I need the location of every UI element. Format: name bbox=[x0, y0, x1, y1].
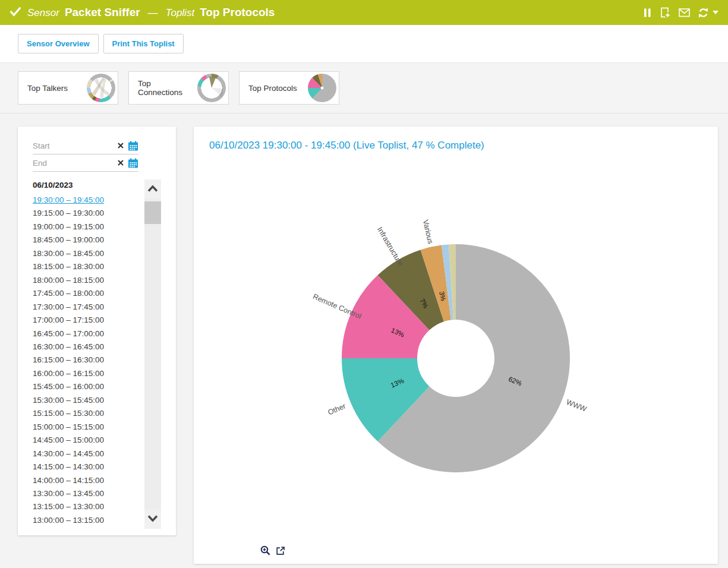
interval-item[interactable]: 18:30:00 – 18:45:00 bbox=[33, 247, 143, 260]
interval-item[interactable]: 14:30:00 – 14:45:00 bbox=[33, 447, 143, 460]
content-area: 06/10/2023 19:30:00 – 19:45:0019:15:00 –… bbox=[0, 113, 728, 568]
interval-item[interactable]: 18:15:00 – 18:30:00 bbox=[33, 260, 143, 273]
status-check-icon bbox=[10, 7, 21, 19]
interval-item[interactable]: 16:30:00 – 16:45:00 bbox=[33, 340, 143, 354]
interval-item[interactable]: 14:15:00 – 14:30:00 bbox=[33, 460, 143, 474]
tab-top-connections[interactable]: Top Connections bbox=[128, 71, 229, 105]
refresh-icon[interactable] bbox=[698, 7, 709, 18]
interval-item[interactable]: 13:15:00 – 13:30:00 bbox=[33, 500, 143, 513]
segment-name-label: WWW bbox=[565, 398, 588, 414]
interval-list: 19:30:00 – 19:45:0019:15:00 – 19:30:0019… bbox=[33, 194, 143, 527]
breadcrumb-item-type: Sensor bbox=[27, 7, 59, 19]
interval-item[interactable]: 17:45:00 – 18:00:00 bbox=[33, 287, 143, 300]
scroll-down-button[interactable] bbox=[144, 510, 161, 529]
scroll-up-button[interactable] bbox=[144, 179, 161, 198]
report-icon[interactable] bbox=[660, 7, 671, 18]
start-clear-icon[interactable] bbox=[118, 143, 124, 149]
segment-name-label: Various bbox=[421, 219, 435, 245]
toplist-chart-panel: 06/10/2023 19:30:00 - 19:45:00 (Live Top… bbox=[194, 127, 718, 564]
interval-item[interactable]: 19:15:00 – 19:30:00 bbox=[33, 207, 143, 220]
top-protocols-pie-thumbnail-icon bbox=[308, 74, 336, 102]
interval-item[interactable]: 18:45:00 – 19:00:00 bbox=[33, 233, 143, 247]
chevron-up-icon bbox=[147, 184, 159, 194]
tab-top-protocols[interactable]: Top Protocols bbox=[239, 71, 339, 105]
start-date-input[interactable] bbox=[33, 141, 114, 150]
refresh-dropdown-caret-icon[interactable] bbox=[713, 11, 718, 14]
interval-item[interactable]: 15:45:00 – 16:00:00 bbox=[33, 380, 143, 393]
print-toplist-button[interactable]: Print This Toplist bbox=[103, 34, 184, 53]
segment-name-label: Other bbox=[327, 402, 347, 416]
tab-top-talkers[interactable]: Top Talkers bbox=[18, 71, 118, 105]
sensor-header-bar: Sensor Packet Sniffer — Toplist Top Prot… bbox=[0, 0, 728, 25]
interval-item[interactable]: 16:00:00 – 16:15:00 bbox=[33, 367, 143, 380]
breadcrumb-item-name: Packet Sniffer bbox=[65, 6, 140, 19]
open-in-new-icon[interactable] bbox=[276, 546, 285, 556]
scrollbar-track[interactable] bbox=[144, 198, 161, 510]
toolbar: Sensor Overview Print This Toplist bbox=[0, 25, 728, 63]
interval-date-header: 06/10/2023 bbox=[33, 181, 143, 190]
breadcrumb: Sensor Packet Sniffer — Toplist Top Prot… bbox=[27, 6, 275, 19]
breadcrumb-section-type: Toplist bbox=[166, 7, 195, 19]
top-talkers-chord-thumbnail-icon bbox=[87, 74, 115, 102]
interval-item[interactable]: 17:30:00 – 17:45:00 bbox=[33, 301, 143, 314]
interval-scrollbar bbox=[144, 179, 161, 529]
sensor-overview-button[interactable]: Sensor Overview bbox=[18, 34, 99, 53]
interval-item[interactable]: 13:00:00 – 13:15:00 bbox=[33, 514, 143, 527]
end-date-row bbox=[33, 154, 138, 172]
interval-item[interactable]: 13:30:00 – 13:45:00 bbox=[33, 487, 143, 500]
tab-top-talkers-label: Top Talkers bbox=[27, 84, 68, 93]
interval-item[interactable]: 18:00:00 – 18:15:00 bbox=[33, 274, 143, 287]
top-connections-chart-thumbnail-icon bbox=[197, 74, 226, 102]
end-clear-icon[interactable] bbox=[118, 160, 124, 166]
scrollbar-thumb[interactable] bbox=[144, 201, 161, 224]
pause-icon[interactable] bbox=[643, 8, 652, 18]
breadcrumb-separator: — bbox=[148, 7, 158, 19]
start-date-row bbox=[33, 137, 138, 154]
interval-item[interactable]: 15:30:00 – 15:45:00 bbox=[33, 394, 143, 407]
interval-item[interactable]: 19:30:00 – 19:45:00 bbox=[33, 194, 143, 207]
toplist-tabstrip: Top Talkers Top Connections Top Protocol… bbox=[0, 63, 728, 113]
interval-item[interactable]: 16:15:00 – 16:30:00 bbox=[33, 354, 143, 367]
protocols-donut-chart: 62%WWW13%Other13%Remote Control7%Infrast… bbox=[194, 127, 718, 564]
interval-item[interactable]: 14:00:00 – 14:15:00 bbox=[33, 474, 143, 487]
interval-item[interactable]: 15:15:00 – 15:30:00 bbox=[33, 407, 143, 420]
end-calendar-icon[interactable] bbox=[128, 158, 138, 168]
interval-item[interactable]: 15:00:00 – 15:15:00 bbox=[33, 421, 143, 434]
breadcrumb-section-name: Top Protocols bbox=[200, 6, 275, 19]
interval-picker-panel: 06/10/2023 19:30:00 – 19:45:0019:15:00 –… bbox=[18, 127, 176, 535]
chevron-down-icon bbox=[147, 514, 159, 525]
tab-top-protocols-label: Top Protocols bbox=[248, 84, 297, 93]
tab-top-connections-label: Top Connections bbox=[138, 79, 197, 97]
zoom-in-icon[interactable] bbox=[260, 545, 270, 556]
email-icon[interactable] bbox=[679, 8, 690, 17]
interval-item[interactable]: 17:00:00 – 17:15:00 bbox=[33, 314, 143, 327]
start-calendar-icon[interactable] bbox=[128, 141, 138, 151]
interval-item[interactable]: 14:45:00 – 15:00:00 bbox=[33, 434, 143, 447]
end-date-input[interactable] bbox=[33, 159, 114, 168]
interval-item[interactable]: 19:00:00 – 19:15:00 bbox=[33, 220, 143, 233]
interval-item[interactable]: 16:45:00 – 17:00:00 bbox=[33, 327, 143, 340]
segment-name-label: Infrastructure bbox=[376, 226, 405, 268]
